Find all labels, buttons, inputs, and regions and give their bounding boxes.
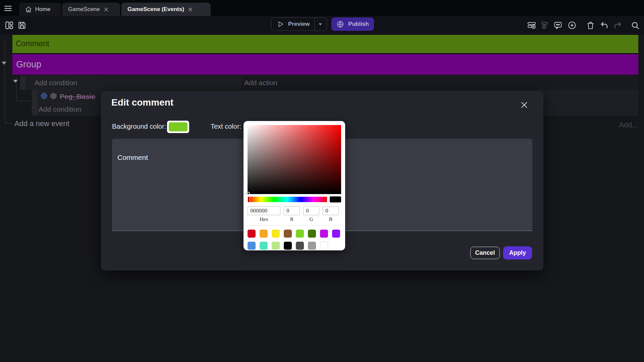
preview-dropdown-button[interactable] — [315, 18, 326, 31]
green-input-label: G — [310, 217, 313, 222]
search-icon[interactable] — [631, 21, 640, 30]
preset-swatch[interactable] — [296, 242, 304, 250]
add-more-link[interactable]: Add... — [619, 121, 638, 129]
preset-swatch[interactable] — [332, 230, 340, 238]
red-input[interactable] — [284, 206, 300, 215]
blue-input[interactable] — [323, 206, 339, 215]
comment-event-text: Comment — [16, 39, 49, 48]
background-color-swatch[interactable] — [167, 121, 189, 133]
preset-swatch[interactable] — [308, 242, 316, 250]
tab-home-label: Home — [35, 6, 50, 13]
disabled-condition-text[interactable]: Peg_Basic — [60, 93, 102, 101]
saturation-cursor[interactable] — [246, 192, 250, 196]
background-color-value — [169, 122, 187, 131]
text-color-label: Text color: — [211, 123, 241, 130]
divider — [244, 226, 345, 226]
saturation-panel[interactable] — [248, 125, 341, 194]
home-icon — [25, 6, 32, 13]
preset-swatch[interactable] — [320, 230, 328, 238]
publish-button[interactable]: Publish — [331, 17, 374, 31]
preview-button-label: Preview — [288, 21, 310, 27]
globe-icon — [336, 20, 344, 28]
tab-gamescene[interactable]: GameScene — [62, 3, 120, 16]
preset-swatch[interactable] — [260, 242, 268, 250]
gdevelop-window: Home GameScene GameScene (Events) — [0, 0, 644, 362]
add-condition-link[interactable]: Add condition — [25, 76, 241, 90]
publish-button-label: Publish — [348, 21, 369, 27]
delete-icon[interactable] — [586, 21, 595, 30]
preset-swatch[interactable] — [248, 230, 256, 238]
toggle-panel-icon[interactable] — [5, 21, 14, 30]
add-condition-label: Add condition — [39, 105, 81, 113]
background-color-label: Background color: — [112, 123, 166, 130]
play-icon — [277, 20, 284, 28]
dialog-title: Edit comment — [111, 97, 173, 108]
preset-swatch[interactable] — [272, 230, 280, 238]
preview-button[interactable]: Preview — [271, 18, 314, 31]
object-thumbnail — [50, 93, 57, 99]
preset-swatch[interactable] — [320, 242, 328, 250]
add-action-link[interactable]: Add action — [241, 76, 638, 90]
add-other-event-icon[interactable] — [568, 21, 577, 30]
chevron-down-icon — [318, 21, 323, 27]
preset-swatch[interactable] — [248, 242, 256, 250]
color-picker-popup: Hex R G B — [244, 121, 345, 250]
undo-icon[interactable] — [600, 21, 609, 30]
add-comment-icon[interactable] — [553, 21, 562, 30]
hue-slider-handle[interactable] — [248, 196, 250, 202]
redo-icon[interactable] — [613, 21, 622, 30]
events-toolbar: Preview Publish — [0, 16, 644, 35]
collapse-group-icon[interactable] — [2, 62, 6, 65]
tab-bar: Home GameScene GameScene (Events) — [0, 0, 644, 16]
green-input[interactable] — [303, 206, 319, 215]
current-color-preview — [330, 196, 341, 202]
preview-button-group: Preview — [271, 17, 327, 31]
add-new-event-link[interactable]: Add a new event — [14, 119, 69, 128]
tab-gamescene-label: GameScene — [68, 6, 100, 13]
tab-gamescene-events-label: GameScene (Events) — [127, 6, 184, 13]
dialog-close-icon[interactable] — [520, 101, 529, 109]
hex-input-label: Hex — [260, 217, 268, 222]
hue-slider[interactable] — [248, 197, 327, 202]
blue-input-label: B — [329, 217, 332, 222]
subevent-drag-handle[interactable] — [32, 90, 38, 116]
red-input-label: R — [290, 217, 293, 222]
comment-event-bar[interactable]: Comment — [12, 35, 638, 53]
add-subevent-icon[interactable] — [540, 21, 549, 30]
event-drag-handle[interactable] — [20, 76, 25, 90]
preset-swatch[interactable] — [296, 230, 304, 238]
preset-swatch[interactable] — [284, 242, 292, 250]
save-icon[interactable] — [17, 21, 26, 30]
tab-home[interactable]: Home — [19, 3, 61, 16]
preset-swatch[interactable] — [308, 230, 316, 238]
cancel-button[interactable]: Cancel — [470, 247, 500, 259]
preset-swatch[interactable] — [260, 230, 268, 238]
add-action-label: Add action — [244, 79, 277, 87]
apply-button[interactable]: Apply — [503, 246, 532, 259]
add-event-icon[interactable] — [527, 21, 536, 30]
preset-swatch[interactable] — [272, 242, 280, 250]
collapse-event-icon[interactable] — [13, 80, 18, 83]
preset-swatches — [248, 230, 341, 250]
behavior-icon — [40, 92, 48, 100]
close-tab-icon[interactable] — [187, 7, 193, 12]
add-condition-label: Add condition — [35, 79, 77, 87]
group-event-bar[interactable]: Group — [12, 54, 638, 75]
comment-textarea-value: Comment — [117, 154, 148, 161]
preset-swatch[interactable] — [284, 230, 292, 238]
hex-input[interactable] — [248, 206, 280, 215]
close-tab-icon[interactable] — [103, 7, 109, 12]
hamburger-menu-icon[interactable] — [3, 4, 13, 13]
tab-gamescene-events[interactable]: GameScene (Events) — [121, 3, 211, 16]
group-event-text: Group — [16, 59, 41, 70]
